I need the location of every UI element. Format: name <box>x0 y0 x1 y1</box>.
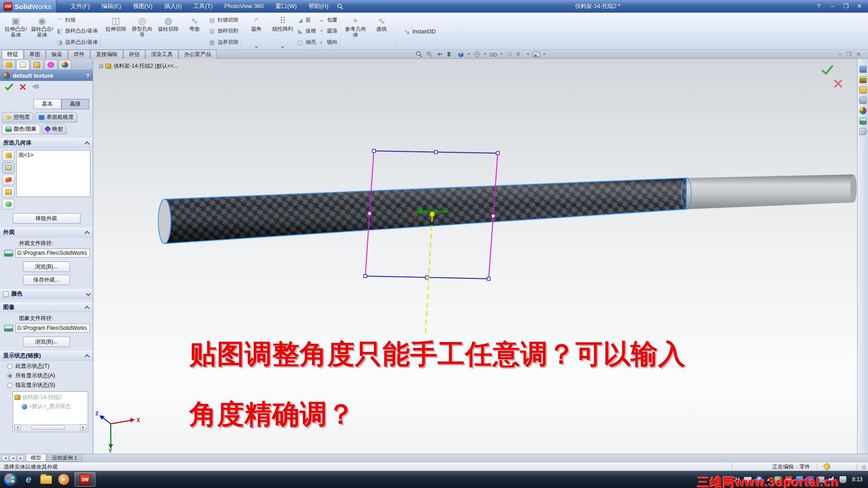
search-icon[interactable] <box>337 0 344 13</box>
collapse-chevron-icon[interactable] <box>85 305 90 310</box>
select-face-button[interactable] <box>2 174 14 185</box>
revolved-cut-button[interactable]: 旋转切除 <box>155 14 181 49</box>
sweep-button[interactable]: 扫描 <box>56 14 98 25</box>
previous-view-icon[interactable] <box>436 50 444 58</box>
selected-geometry-header[interactable]: 所选几何体 <box>0 139 93 148</box>
appearance-browse-button[interactable]: 浏览(B)... <box>23 262 70 272</box>
collapse-chevron-icon[interactable] <box>85 230 90 235</box>
wrap-button[interactable]: 包覆 <box>318 14 337 25</box>
tab-sheet-metal[interactable]: 钣金 <box>46 50 68 59</box>
selected-face-item[interactable]: 面<1> <box>19 152 33 158</box>
collapse-chevron-icon[interactable] <box>85 354 90 359</box>
boundary-cut-button[interactable]: 边界切除 <box>208 37 238 47</box>
select-part-button[interactable] <box>2 150 14 161</box>
revolve-boss-button[interactable]: 旋转凸台/基体 <box>29 14 55 49</box>
tag-icon[interactable] <box>823 462 831 470</box>
display-manager-tab[interactable] <box>58 60 71 70</box>
feature-manager-tab[interactable] <box>2 60 15 70</box>
view-settings-icon[interactable] <box>532 50 540 58</box>
scroll-left-button[interactable] <box>14 425 21 430</box>
hide-show-items-icon[interactable] <box>489 50 497 58</box>
tab-direct-editing[interactable]: 直接编辑 <box>90 50 123 59</box>
tree-item-part[interactable]: 供料架-14-托辊2 <box>14 394 86 401</box>
menu-tools[interactable]: 工具(T) <box>187 0 218 13</box>
loft-boss-button[interactable]: 放样凸台/基体 <box>56 26 98 37</box>
cancel-button[interactable] <box>19 84 26 92</box>
remove-appearance-button[interactable]: 移除外观 <box>13 213 80 224</box>
menu-insert[interactable]: 插入(I) <box>158 0 187 13</box>
pm-help-icon[interactable]: ? <box>86 72 90 79</box>
tree-horizontal-scrollbar[interactable] <box>14 424 87 431</box>
edit-appearance-icon[interactable] <box>505 50 514 58</box>
doc-restore-button[interactable]: ❐ <box>846 51 851 58</box>
curves-button[interactable]: 曲线 <box>368 14 395 49</box>
apply-scene-dropdown[interactable] <box>527 53 529 55</box>
this-display-state-option[interactable]: 此显示状态(T) <box>7 362 93 370</box>
surface-finish-tab[interactable]: 表面粗糙度 <box>35 112 77 122</box>
boundary-boss-button[interactable]: 边界凸台/基体 <box>56 37 98 47</box>
menu-help[interactable]: 帮助(H) <box>302 0 334 13</box>
dome-button[interactable]: 圆顶 <box>318 26 337 37</box>
tab-render-tools[interactable]: 渲染工具 <box>146 50 178 59</box>
view-orientation-dropdown[interactable] <box>467 53 470 55</box>
select-surface-button[interactable] <box>2 199 14 210</box>
fillet-button[interactable]: 圆角 <box>243 14 269 49</box>
appearance-path-field[interactable]: G:\Program Files\SolidWorks <box>15 249 90 258</box>
extruded-cut-button[interactable]: 拉伸切除 <box>103 14 129 49</box>
internet-explorer-icon[interactable]: e <box>22 473 35 486</box>
design-library-icon[interactable] <box>859 76 867 83</box>
hole-wizard-button[interactable]: 异型孔向导 <box>129 14 155 49</box>
mapping-tab[interactable]: 映射 <box>42 124 66 134</box>
file-explorer-icon[interactable] <box>859 86 867 94</box>
axis-origin-handle[interactable] <box>430 212 435 217</box>
scroll-right-button[interactable] <box>80 425 86 430</box>
doc-close-button[interactable]: ✕ <box>856 51 861 58</box>
flex-button[interactable]: 弯曲 <box>181 14 208 49</box>
prev-tab-button[interactable] <box>9 455 16 461</box>
resize-grip[interactable] <box>862 465 866 469</box>
property-manager-tab[interactable] <box>16 60 29 70</box>
start-button[interactable] <box>4 473 17 486</box>
close-button[interactable]: ✕ <box>856 0 863 13</box>
rib-button[interactable]: 筋 <box>297 14 316 25</box>
help-button[interactable]: ? <box>816 0 822 13</box>
image-path-field[interactable]: G:\Program Files\SolidWorks <box>15 324 90 333</box>
radio-icon[interactable] <box>7 383 13 388</box>
power-icon[interactable] <box>840 476 846 483</box>
flyout-part-name[interactable]: 供料架-14-托辊2 (默认<<... <box>113 62 178 70</box>
zoom-fit-icon[interactable] <box>415 50 423 58</box>
shell-button[interactable]: 抽壳 <box>297 37 316 47</box>
first-tab-button[interactable] <box>2 455 9 461</box>
mirror-button[interactable]: 镜向 <box>318 37 337 47</box>
appearances-scenes-icon[interactable] <box>859 107 867 114</box>
image-header[interactable]: 图像 <box>0 303 93 312</box>
mapping-axis-line[interactable] <box>425 217 432 333</box>
pin-icon[interactable] <box>32 84 40 91</box>
graphics-viewport[interactable]: X Y Z 供料架-14-托辊2 (默认<<... 贴图调整角度只能手工任意调？… <box>94 59 857 454</box>
clock[interactable]: 8:13 <box>852 477 864 483</box>
configuration-manager-tab[interactable] <box>30 60 43 70</box>
draft-button[interactable]: 拔模 <box>297 26 316 37</box>
menu-photoview[interactable]: PhotoView 360 <box>218 0 269 13</box>
apply-scene-icon[interactable] <box>516 50 524 58</box>
display-style-dropdown[interactable] <box>484 53 486 55</box>
select-body-button[interactable] <box>2 162 14 173</box>
basic-mode-button[interactable]: 基本 <box>33 99 61 109</box>
solidworks-taskbar-button[interactable]: SW <box>75 472 95 487</box>
decals-icon[interactable] <box>859 117 867 125</box>
tab-sketch[interactable]: 草图 <box>24 50 46 59</box>
color-image-tab[interactable]: 颜色/图象 <box>2 124 40 134</box>
expand-icon[interactable] <box>99 64 103 68</box>
selected-geometry-list[interactable]: 面<1> <box>16 150 90 197</box>
fillet-dropdown-arrow[interactable] <box>255 47 258 48</box>
feature-tree-flyout[interactable]: 供料架-14-托辊2 (默认<<... <box>99 62 178 70</box>
minimize-button[interactable]: – <box>829 0 835 13</box>
menu-view[interactable]: 视图(V) <box>127 0 158 13</box>
radio-selected-icon[interactable] <box>7 373 13 379</box>
all-display-states-option[interactable]: 所有显示状态(A) <box>7 372 93 380</box>
doc-minimize-button[interactable]: – <box>838 51 841 58</box>
extrude-boss-button[interactable]: 拉伸凸台/基体 <box>3 14 29 49</box>
tab-features[interactable]: 特征 <box>2 50 24 59</box>
illumination-tab[interactable]: 照明度 <box>2 112 33 122</box>
folder-icon[interactable] <box>39 473 53 486</box>
